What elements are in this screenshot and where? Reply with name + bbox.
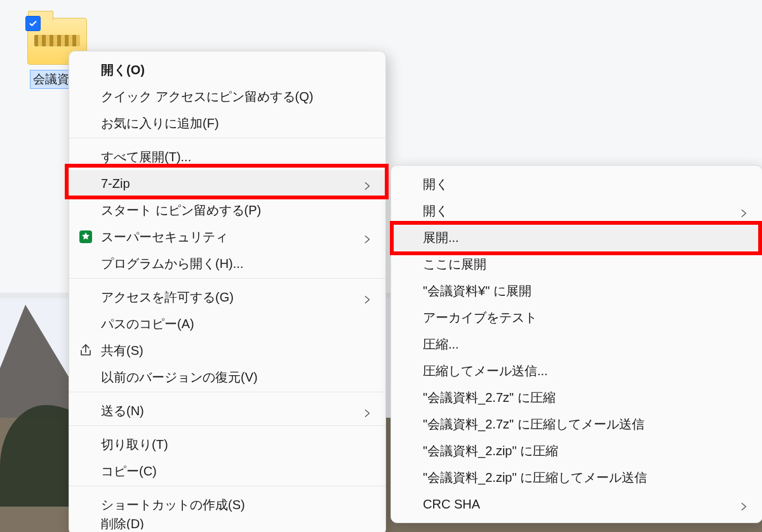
menu-create-shortcut[interactable]: ショートカットの作成(S) bbox=[69, 491, 385, 518]
menu-item-label: 開く bbox=[423, 203, 448, 220]
menu-item-label: 送る(N) bbox=[101, 402, 144, 420]
chevron-right-icon bbox=[363, 179, 371, 188]
menu-item-label: アクセスを許可する(G) bbox=[101, 289, 234, 306]
menu-item-label: お気に入りに追加(F) bbox=[101, 115, 219, 132]
menu-pin-quick-access[interactable]: クイック アクセスにピン留めする(Q) bbox=[69, 83, 385, 110]
menu-item-label: プログラムから開く(H)... bbox=[101, 255, 243, 272]
menu-pin-start[interactable]: スタート にピン留めする(P) bbox=[69, 197, 385, 223]
menu-item-label: 開く(O) bbox=[101, 62, 145, 79]
menu-item-label: 切り取り(T) bbox=[101, 436, 168, 453]
menu-copy-path[interactable]: パスのコピー(A) bbox=[69, 310, 385, 337]
sub-compress-zip-mail[interactable]: "会議資料_2.zip" に圧縮してメール送信 bbox=[391, 464, 762, 491]
menu-item-label: CRC SHA bbox=[423, 497, 480, 512]
chevron-right-icon bbox=[363, 293, 371, 302]
menu-delete[interactable]: 削除(D) bbox=[69, 518, 385, 529]
menu-super-security[interactable]: スーパーセキュリティ bbox=[69, 223, 385, 250]
menu-7zip[interactable]: 7-Zip bbox=[69, 170, 385, 197]
menu-add-favorite[interactable]: お気に入りに追加(F) bbox=[69, 110, 385, 136]
menu-item-label: 7-Zip bbox=[101, 176, 130, 191]
sub-compress-mail[interactable]: 圧縮してメール送信... bbox=[391, 357, 762, 384]
sub-extract[interactable]: 展開... bbox=[391, 224, 762, 251]
desktop[interactable]: 会議資料 開く(O) クイック アクセスにピン留めする(Q) お気に入りに追加(… bbox=[0, 0, 762, 532]
menu-item-label: すべて展開(T)... bbox=[101, 149, 191, 166]
menu-open[interactable]: 開く(O) bbox=[69, 57, 385, 83]
menu-item-label: "会議資料_2.zip" に圧縮してメール送信 bbox=[423, 469, 647, 486]
menu-send-to[interactable]: 送る(N) bbox=[69, 397, 385, 424]
share-icon bbox=[78, 343, 93, 358]
submenu-7zip: 開く 開く 展開... ここに展開 "会議資料¥" に展開 アーカイブをテスト … bbox=[391, 165, 762, 523]
menu-item-label: 共有(S) bbox=[101, 342, 144, 359]
menu-item-label: "会議資料_2.7z" に圧縮 bbox=[423, 389, 556, 406]
menu-separator bbox=[69, 278, 385, 283]
sub-extract-here[interactable]: ここに展開 bbox=[391, 251, 762, 277]
menu-item-label: 以前のバージョンの復元(V) bbox=[101, 369, 258, 386]
shield-star-icon bbox=[78, 229, 93, 244]
menu-item-label: 開く bbox=[423, 176, 448, 193]
sub-compress-7z[interactable]: "会議資料_2.7z" に圧縮 bbox=[391, 384, 762, 411]
menu-separator bbox=[69, 425, 385, 430]
sub-crc-sha[interactable]: CRC SHA bbox=[391, 491, 762, 517]
menu-item-label: 展開... bbox=[423, 229, 459, 246]
menu-cut[interactable]: 切り取り(T) bbox=[69, 431, 385, 458]
chevron-right-icon bbox=[363, 232, 371, 241]
menu-item-label: "会議資料_2.zip" に圧縮 bbox=[423, 442, 558, 460]
sub-test-archive[interactable]: アーカイブをテスト bbox=[391, 304, 762, 331]
menu-item-label: ショートカットの作成(S) bbox=[101, 496, 245, 514]
menu-restore-previous[interactable]: 以前のバージョンの復元(V) bbox=[69, 364, 385, 390]
menu-item-label: "会議資料_2.7z" に圧縮してメール送信 bbox=[423, 416, 645, 433]
menu-separator bbox=[69, 138, 385, 142]
sub-open[interactable]: 開く bbox=[391, 171, 762, 197]
menu-share[interactable]: 共有(S) bbox=[69, 337, 385, 364]
menu-give-access[interactable]: アクセスを許可する(G) bbox=[69, 284, 385, 310]
menu-separator bbox=[69, 392, 385, 396]
sub-compress-zip[interactable]: "会議資料_2.zip" に圧縮 bbox=[391, 437, 762, 464]
sub-compress-7z-mail[interactable]: "会議資料_2.7z" に圧縮してメール送信 bbox=[391, 411, 762, 437]
context-menu: 開く(O) クイック アクセスにピン留めする(Q) お気に入りに追加(F) すべ… bbox=[69, 51, 386, 532]
menu-item-label: パスのコピー(A) bbox=[101, 316, 194, 333]
selected-check-icon bbox=[25, 16, 41, 31]
menu-item-label: アーカイブをテスト bbox=[423, 309, 537, 326]
menu-separator bbox=[69, 486, 385, 490]
menu-item-label: "会議資料¥" に展開 bbox=[423, 283, 531, 300]
menu-copy[interactable]: コピー(C) bbox=[69, 458, 385, 484]
chevron-right-icon bbox=[739, 500, 748, 509]
menu-extract-all[interactable]: すべて展開(T)... bbox=[69, 143, 385, 170]
sub-compress[interactable]: 圧縮... bbox=[391, 331, 762, 357]
menu-item-label: スーパーセキュリティ bbox=[101, 229, 228, 246]
menu-item-label: コピー(C) bbox=[101, 463, 157, 480]
menu-item-label: ここに展開 bbox=[423, 256, 486, 273]
menu-item-label: 削除(D) bbox=[101, 518, 144, 529]
menu-open-with[interactable]: プログラムから開く(H)... bbox=[69, 250, 385, 277]
sub-extract-to-folder[interactable]: "会議資料¥" に展開 bbox=[391, 277, 762, 304]
menu-item-label: クイック アクセスにピン留めする(Q) bbox=[101, 88, 313, 105]
chevron-right-icon bbox=[363, 406, 371, 415]
menu-item-label: 圧縮... bbox=[423, 336, 459, 353]
chevron-right-icon bbox=[739, 206, 748, 215]
menu-item-label: 圧縮してメール送信... bbox=[423, 362, 548, 380]
menu-item-label: スタート にピン留めする(P) bbox=[101, 202, 261, 219]
sub-open-with-options[interactable]: 開く bbox=[391, 197, 762, 224]
